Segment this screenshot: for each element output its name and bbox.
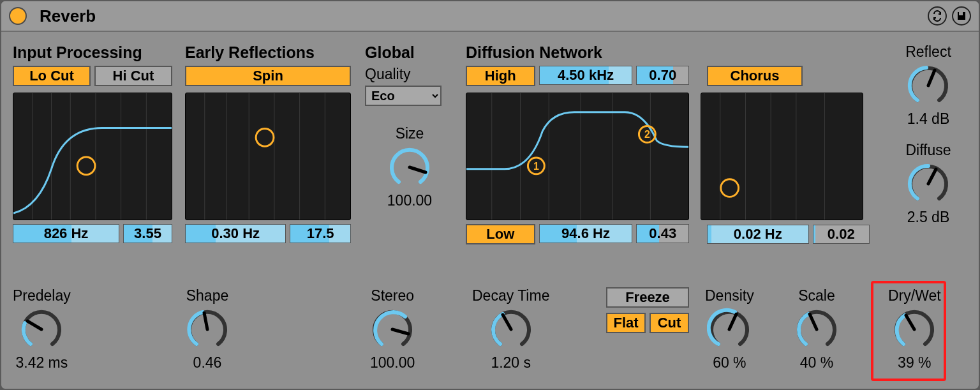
decay-time-label: Decay Time xyxy=(472,287,549,304)
svg-line-33 xyxy=(204,313,207,329)
svg-line-31 xyxy=(928,169,936,184)
svg-line-30 xyxy=(928,70,935,86)
diffusion-network-label: Diffusion Network xyxy=(466,43,874,62)
input-freq-field[interactable]: 826 Hz xyxy=(13,224,119,243)
swap-icon xyxy=(932,10,943,22)
chorus-handle-icon xyxy=(721,179,739,197)
device-on-toggle[interactable] xyxy=(9,7,27,25)
predelay-knob[interactable] xyxy=(19,307,64,352)
shape-knob[interactable] xyxy=(185,307,230,352)
dry-wet-knob[interactable] xyxy=(892,307,937,352)
stereo-label: Stereo xyxy=(371,287,414,304)
reflect-value: 1.4 dB xyxy=(907,110,950,128)
svg-rect-1 xyxy=(959,12,963,15)
scale-value: 40 % xyxy=(800,354,833,371)
diffuse-value: 2.5 dB xyxy=(907,209,950,226)
svg-line-37 xyxy=(810,314,817,329)
shape-value: 0.46 xyxy=(193,354,222,371)
density-label: Density xyxy=(705,287,754,304)
save-preset-button[interactable] xyxy=(952,6,971,26)
freeze-button[interactable]: Freeze xyxy=(606,287,689,308)
save-icon xyxy=(956,11,967,21)
density-value: 60 % xyxy=(713,354,746,371)
spin-display[interactable] xyxy=(185,93,351,220)
high-freq-field[interactable]: 4.50 kHz xyxy=(539,66,633,85)
lo-cut-button[interactable]: Lo Cut xyxy=(13,66,91,86)
input-filter-display[interactable] xyxy=(13,93,172,220)
diffuse-label: Diffuse xyxy=(905,142,951,159)
quality-label: Quality xyxy=(365,66,454,83)
reflect-label: Reflect xyxy=(905,43,951,61)
scale-knob[interactable] xyxy=(794,307,839,352)
title-bar: Reverb xyxy=(1,1,979,32)
decay-time-value: 1.20 s xyxy=(491,354,531,371)
dry-wet-label: Dry/Wet xyxy=(888,287,941,304)
svg-line-34 xyxy=(392,329,408,334)
device-title: Reverb xyxy=(40,6,96,26)
chorus-amount-field[interactable]: 0.02 xyxy=(813,225,870,244)
svg-line-38 xyxy=(906,315,914,329)
diffuse-knob[interactable] xyxy=(906,161,951,206)
predelay-value: 3.42 ms xyxy=(15,354,68,371)
spin-rate-field[interactable]: 0.30 Hz xyxy=(185,224,286,243)
predelay-label: Predelay xyxy=(13,287,71,304)
chorus-display[interactable] xyxy=(701,93,863,220)
size-label: Size xyxy=(396,125,424,142)
decay-time-knob[interactable] xyxy=(489,307,533,352)
low-freq-field[interactable]: 94.6 Hz xyxy=(539,224,633,243)
svg-line-32 xyxy=(27,321,41,329)
input-processing-label: Input Processing xyxy=(13,43,172,62)
chorus-rate-field[interactable]: 0.02 Hz xyxy=(707,225,809,244)
svg-line-36 xyxy=(729,314,736,329)
spin-handle-icon xyxy=(256,128,274,146)
density-knob[interactable] xyxy=(707,307,752,352)
shelf-filter-display[interactable]: 1 2 xyxy=(466,93,689,220)
low-shelf-button[interactable]: Low xyxy=(466,224,535,244)
input-width-field[interactable]: 3.55 xyxy=(123,224,172,243)
size-knob[interactable] xyxy=(387,145,432,190)
high-shelf-button[interactable]: High xyxy=(466,66,535,86)
svg-line-35 xyxy=(503,315,511,329)
svg-text:2: 2 xyxy=(644,129,650,140)
stereo-knob[interactable] xyxy=(370,307,415,352)
stereo-value: 100.00 xyxy=(370,354,415,371)
chorus-button[interactable]: Chorus xyxy=(707,66,803,86)
reverb-device: Reverb Input Processing Lo Cut xyxy=(0,0,980,390)
size-value: 100.00 xyxy=(387,192,432,209)
global-label: Global xyxy=(365,43,454,62)
high-amount-field[interactable]: 0.70 xyxy=(636,66,689,85)
scale-label: Scale xyxy=(798,287,835,304)
low-shelf-handle-icon: 1 xyxy=(528,158,544,174)
dry-wet-value: 39 % xyxy=(898,354,931,371)
cut-button[interactable]: Cut xyxy=(650,313,689,333)
hot-swap-button[interactable] xyxy=(928,6,947,26)
quality-dropdown[interactable]: Eco xyxy=(365,86,442,106)
spin-amount-field[interactable]: 17.5 xyxy=(290,224,351,243)
hi-cut-button[interactable]: Hi Cut xyxy=(94,66,172,86)
svg-text:1: 1 xyxy=(533,161,539,172)
svg-line-14 xyxy=(410,167,426,172)
spin-button[interactable]: Spin xyxy=(185,66,351,86)
shape-label: Shape xyxy=(186,287,229,304)
filter-handle-icon xyxy=(77,157,95,175)
early-reflections-label: Early Reflections xyxy=(185,43,351,62)
low-amount-field[interactable]: 0.43 xyxy=(636,224,689,243)
flat-button[interactable]: Flat xyxy=(606,313,646,333)
reflect-knob[interactable] xyxy=(906,63,951,108)
